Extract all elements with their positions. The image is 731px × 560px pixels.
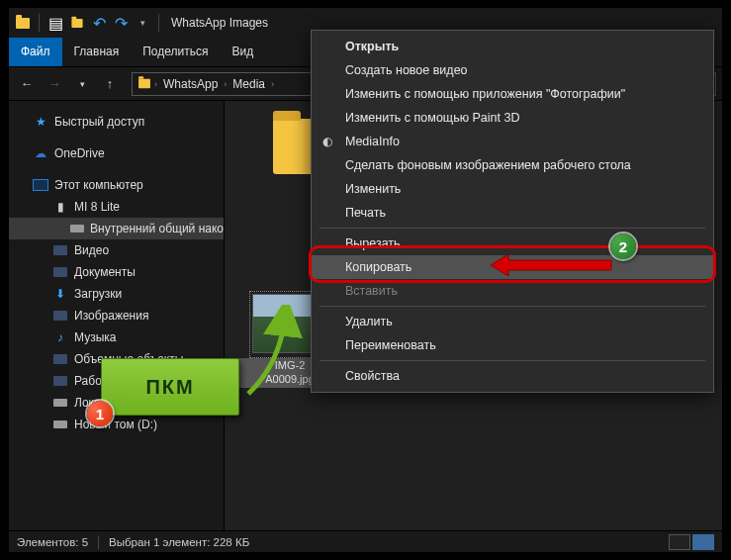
ctx-delete[interactable]: Удалить <box>312 310 713 333</box>
back-button[interactable]: ← <box>15 72 39 96</box>
sidebar-item-label: Внутренний общий накоп <box>90 222 225 235</box>
drive-icon <box>52 418 68 431</box>
music-icon: ♪ <box>52 330 68 344</box>
navigation-pane: ★Быстрый доступ ☁OneDrive Этот компьютер… <box>9 101 225 530</box>
annotation-arrow-green <box>230 305 310 414</box>
explorer-window: ▤ ↶ ↷ ▾ WhatsApp Images Файл Главная Под… <box>0 0 731 560</box>
context-menu: Открыть Создать новое видео Изменить с п… <box>311 30 714 393</box>
ctx-paint3d[interactable]: Изменить с помощью Paint 3D <box>312 106 713 130</box>
folder-icon <box>15 15 31 31</box>
tab-file[interactable]: Файл <box>9 38 62 66</box>
chevron-right-icon[interactable]: › <box>154 79 157 89</box>
sidebar-item-quick-access[interactable]: ★Быстрый доступ <box>9 111 224 133</box>
ctx-edit-photos[interactable]: Изменить с помощью приложения "Фотографи… <box>312 82 713 106</box>
qat-dropdown-icon[interactable]: ▾ <box>135 15 150 31</box>
redo-quick-icon[interactable]: ↷ <box>113 15 129 31</box>
separator <box>158 14 159 32</box>
ctx-open[interactable]: Открыть <box>312 35 713 58</box>
separator <box>320 228 705 229</box>
status-item-count: Элементов: 5 <box>17 536 88 548</box>
folder-icon <box>52 352 68 366</box>
view-switcher <box>669 534 714 550</box>
ctx-rename[interactable]: Переименовать <box>312 333 713 357</box>
folder-icon <box>52 243 68 257</box>
ctx-mediainfo[interactable]: ◐MediaInfo <box>312 130 713 153</box>
folder-icon <box>52 309 68 323</box>
separator <box>98 535 99 549</box>
drive-icon <box>70 222 84 235</box>
breadcrumb-segment[interactable]: WhatsApp <box>159 77 222 91</box>
separator <box>39 14 40 32</box>
drive-icon <box>52 396 68 410</box>
sidebar-item-this-pc[interactable]: Этот компьютер <box>9 174 224 196</box>
chevron-right-icon[interactable]: › <box>271 79 274 89</box>
tab-view[interactable]: Вид <box>220 38 265 66</box>
ctx-wallpaper[interactable]: Сделать фоновым изображением рабочего ст… <box>312 153 713 177</box>
sidebar-item-label: Новый том (D:) <box>74 418 157 431</box>
recent-dropdown[interactable]: ▾ <box>70 72 94 96</box>
sidebar-item-internal-storage[interactable]: Внутренний общий накоп <box>9 218 224 239</box>
sidebar-item-onedrive[interactable]: ☁OneDrive <box>9 142 224 164</box>
new-folder-quick-icon[interactable] <box>69 15 85 31</box>
separator <box>320 306 705 307</box>
view-thumbnails-button[interactable] <box>692 534 714 550</box>
mediainfo-icon: ◐ <box>320 135 335 148</box>
sidebar-item-label: OneDrive <box>54 146 105 160</box>
sidebar-item-device[interactable]: ▮MI 8 Lite <box>9 196 224 218</box>
ctx-edit[interactable]: Изменить <box>312 177 713 201</box>
sidebar-item-documents[interactable]: Документы <box>9 261 224 283</box>
annotation-step-1: 1 <box>87 401 113 426</box>
window-title: WhatsApp Images <box>171 16 268 30</box>
folder-icon <box>52 265 68 279</box>
tab-share[interactable]: Поделиться <box>131 38 220 66</box>
annotation-label-rmb: ПКМ <box>101 358 239 416</box>
ctx-new-video[interactable]: Создать новое видео <box>312 58 713 82</box>
view-details-button[interactable] <box>669 534 690 550</box>
sidebar-item-label: Этот компьютер <box>54 178 143 192</box>
ctx-print[interactable]: Печать <box>312 201 713 225</box>
svg-marker-1 <box>491 254 611 276</box>
undo-quick-icon[interactable]: ↶ <box>91 15 107 31</box>
download-icon: ⬇ <box>52 287 68 301</box>
status-selection: Выбран 1 элемент: 228 КБ <box>109 536 249 548</box>
properties-quick-icon[interactable]: ▤ <box>47 15 63 31</box>
sidebar-item-label: Изображения <box>74 309 148 323</box>
folder-icon <box>137 76 152 92</box>
window-inner: ▤ ↶ ↷ ▾ WhatsApp Images Файл Главная Под… <box>9 8 722 552</box>
sidebar-item-downloads[interactable]: ⬇Загрузки <box>9 283 224 305</box>
annotation-arrow-red <box>491 250 619 280</box>
sidebar-item-music[interactable]: ♪Музыка <box>9 327 224 348</box>
folder-icon <box>52 374 68 388</box>
ctx-paste[interactable]: Вставить <box>312 279 713 303</box>
sidebar-item-label: MI 8 Lite <box>74 200 120 214</box>
status-bar: Элементов: 5 Выбран 1 элемент: 228 КБ <box>9 530 722 552</box>
chevron-right-icon[interactable]: › <box>224 79 227 89</box>
cloud-icon: ☁ <box>33 146 48 160</box>
sidebar-item-label: Быстрый доступ <box>54 115 144 129</box>
breadcrumb-segment[interactable]: Media <box>228 77 269 91</box>
forward-button[interactable]: → <box>43 72 66 96</box>
star-icon: ★ <box>33 115 48 129</box>
sidebar-item-label: Видео <box>74 243 109 257</box>
sidebar-item-label: Загрузки <box>74 287 122 301</box>
sidebar-item-label: Музыка <box>74 330 116 344</box>
up-button[interactable]: ↑ <box>98 72 122 96</box>
sidebar-item-d-drive[interactable]: Новый том (D:) <box>9 414 224 435</box>
sidebar-item-label: Документы <box>74 265 136 279</box>
ctx-properties[interactable]: Свойства <box>312 364 713 388</box>
sidebar-item-videos[interactable]: Видео <box>9 239 224 261</box>
sidebar-item-images[interactable]: Изображения <box>9 305 224 327</box>
phone-icon: ▮ <box>52 200 68 214</box>
pc-icon <box>33 178 48 192</box>
separator <box>320 360 705 361</box>
tab-home[interactable]: Главная <box>62 38 132 66</box>
annotation-step-2: 2 <box>610 233 636 259</box>
